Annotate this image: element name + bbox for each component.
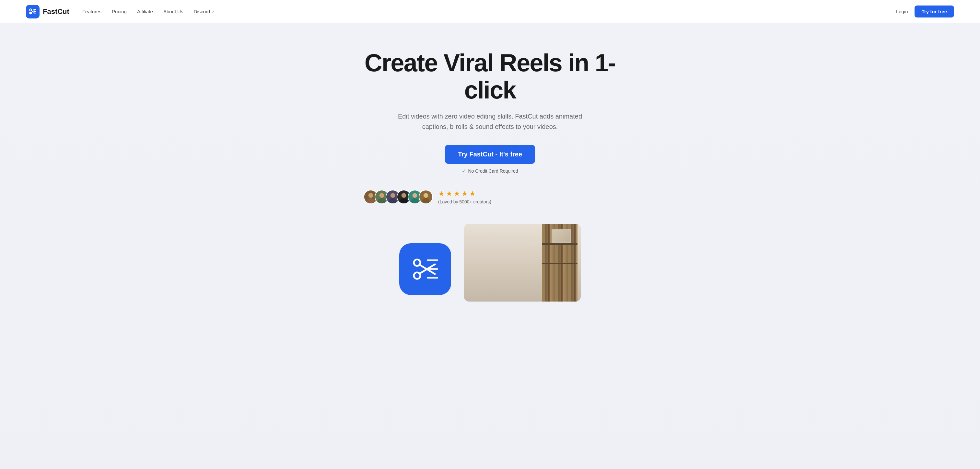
nav-item-features[interactable]: Features bbox=[82, 9, 102, 14]
nav-links: Features Pricing Affiliate About Us Disc… bbox=[82, 9, 215, 14]
cta-section: Try FastCut - It's free ✓ No Credit Card… bbox=[364, 145, 616, 174]
svg-rect-25 bbox=[427, 259, 438, 261]
hero-content: Create Viral Reels in 1-click Edit video… bbox=[357, 49, 623, 224]
nav-item-affiliate[interactable]: Affiliate bbox=[137, 9, 153, 14]
nav-link-about[interactable]: About Us bbox=[163, 9, 183, 14]
hero-section: Create Viral Reels in 1-click Edit video… bbox=[0, 23, 980, 469]
star-2: ★ bbox=[446, 189, 452, 198]
svg-rect-0 bbox=[33, 9, 36, 10]
svg-rect-1 bbox=[33, 11, 36, 11]
avatars-group bbox=[364, 190, 433, 204]
star-3: ★ bbox=[454, 189, 460, 198]
try-free-button[interactable]: Try for free bbox=[915, 5, 954, 17]
rating-section: ★ ★ ★ ★ ★ (Loved by 5000+ creators) bbox=[438, 189, 491, 204]
no-cc-notice: ✓ No Credit Card Required bbox=[462, 168, 518, 174]
svg-point-14 bbox=[400, 198, 408, 204]
svg-point-11 bbox=[389, 198, 397, 204]
nav-item-about[interactable]: About Us bbox=[163, 9, 183, 14]
external-link-icon: ↗ bbox=[211, 10, 215, 14]
star-5: ★ bbox=[469, 189, 476, 198]
nav-link-pricing[interactable]: Pricing bbox=[112, 9, 127, 14]
svg-point-4 bbox=[369, 193, 373, 198]
nav-item-pricing[interactable]: Pricing bbox=[112, 9, 127, 14]
shelf-divider-1 bbox=[542, 243, 578, 245]
star-rating: ★ ★ ★ ★ ★ bbox=[438, 189, 491, 198]
picture-content bbox=[552, 230, 570, 242]
cta-normal-text: - It's free bbox=[493, 151, 522, 158]
svg-point-10 bbox=[390, 193, 395, 198]
star-1: ★ bbox=[438, 189, 445, 198]
app-logo-large-svg bbox=[409, 253, 441, 285]
svg-point-20 bbox=[422, 198, 430, 204]
checkmark-icon: ✓ bbox=[462, 168, 466, 174]
nav-item-discord[interactable]: Discord ↗ bbox=[194, 9, 215, 14]
no-cc-text: No Credit Card Required bbox=[468, 169, 518, 173]
nav-link-features[interactable]: Features bbox=[82, 9, 102, 14]
video-preview bbox=[464, 224, 581, 302]
rating-text: (Loved by 5000+ creators) bbox=[438, 199, 491, 204]
svg-point-17 bbox=[411, 198, 419, 204]
avatar bbox=[419, 190, 433, 204]
app-icon-large bbox=[399, 243, 451, 295]
logo-icon bbox=[26, 5, 40, 19]
star-4: ★ bbox=[461, 189, 468, 198]
svg-rect-27 bbox=[427, 277, 438, 278]
wall-picture bbox=[552, 229, 571, 243]
logo-link[interactable]: FastCut bbox=[26, 5, 69, 19]
navbar-right: Login Try for free bbox=[896, 5, 954, 17]
fastcut-logo-svg bbox=[29, 8, 37, 16]
logo-text: FastCut bbox=[43, 8, 69, 16]
avatar-svg-6 bbox=[419, 190, 432, 204]
demo-section bbox=[328, 224, 652, 302]
navbar: FastCut Features Pricing Affiliate About… bbox=[0, 0, 980, 23]
svg-rect-2 bbox=[33, 13, 36, 13]
svg-rect-26 bbox=[427, 268, 438, 270]
login-button[interactable]: Login bbox=[896, 9, 908, 14]
hero-subtitle: Edit videos with zero video editing skil… bbox=[386, 111, 594, 132]
cta-main-button[interactable]: Try FastCut - It's free bbox=[445, 145, 535, 164]
svg-point-19 bbox=[423, 193, 428, 198]
social-proof: ★ ★ ★ ★ ★ (Loved by 5000+ creators) bbox=[364, 189, 616, 204]
cta-bold-text: Try FastCut bbox=[458, 151, 493, 158]
hero-title: Create Viral Reels in 1-click bbox=[364, 49, 616, 103]
svg-point-8 bbox=[378, 198, 386, 204]
svg-point-7 bbox=[380, 193, 384, 198]
navbar-left: FastCut Features Pricing Affiliate About… bbox=[26, 5, 215, 19]
shelf-divider-2 bbox=[542, 263, 578, 264]
svg-point-16 bbox=[412, 193, 417, 198]
svg-point-5 bbox=[367, 198, 375, 204]
nav-link-affiliate[interactable]: Affiliate bbox=[137, 9, 153, 14]
nav-link-discord[interactable]: Discord ↗ bbox=[194, 9, 215, 14]
svg-point-13 bbox=[401, 193, 406, 198]
